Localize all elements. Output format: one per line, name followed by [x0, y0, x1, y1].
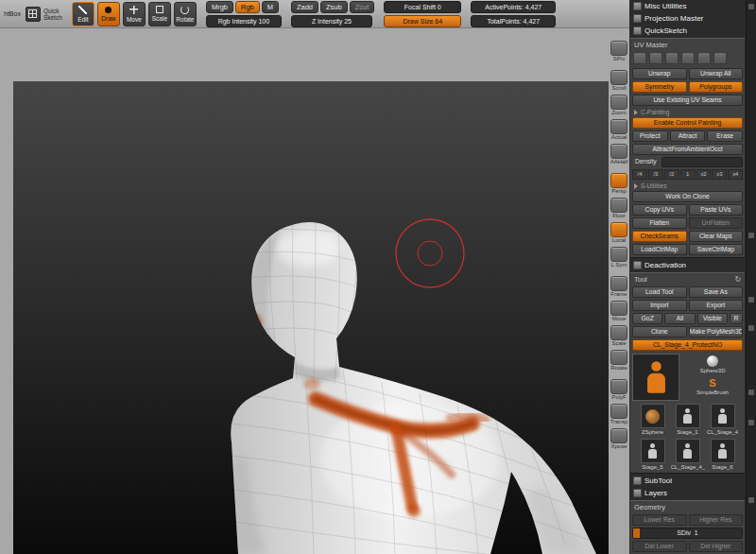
sdiv-slider[interactable]: SDiv 1: [632, 528, 743, 539]
utilities-group-label[interactable]: S-Utilities: [632, 182, 743, 189]
uv-panel-icon[interactable]: [649, 52, 662, 64]
density-cell[interactable]: /4: [632, 169, 647, 180]
density-cell[interactable]: x4: [728, 169, 743, 180]
shelf-item-scale[interactable]: Scale: [610, 325, 627, 347]
shelf-item-actual[interactable]: Actual: [610, 119, 627, 141]
shelf-item-scroll[interactable]: Scroll: [610, 70, 627, 92]
rgb-intensity-slider[interactable]: Rgb Intensity 100: [206, 15, 282, 27]
scale-button[interactable]: Scale: [148, 2, 171, 26]
clear-maps-button[interactable]: Clear Maps: [689, 231, 744, 242]
clone-button[interactable]: Clone: [632, 326, 687, 338]
attract-button[interactable]: Attract: [670, 130, 706, 142]
tray-divider-icon[interactable]: [748, 325, 754, 331]
tray-divider-icon[interactable]: [748, 497, 754, 503]
control-painting-group-label[interactable]: C-Painting: [632, 109, 743, 115]
save-as-button[interactable]: Save As: [689, 286, 744, 298]
load-ctrl-map-button[interactable]: LoadCtrlMap: [632, 244, 687, 255]
shelf-item-local[interactable]: Local: [610, 222, 627, 244]
uv-panel-icon[interactable]: [681, 52, 695, 64]
lower-res-button[interactable]: Lower Res: [632, 514, 687, 526]
shelf-item-lsym[interactable]: L.Sym: [610, 247, 627, 268]
zsub-button[interactable]: Zsub: [320, 1, 348, 13]
density-cell[interactable]: x2: [696, 169, 712, 180]
enable-control-painting-button[interactable]: Enable Control Painting: [632, 117, 743, 129]
uv-panel-icon[interactable]: [665, 52, 679, 64]
export-button[interactable]: Export: [689, 300, 744, 311]
work-on-clone-button[interactable]: Work On Clone: [632, 191, 743, 202]
focal-shift-slider[interactable]: Focal Shift 0: [384, 1, 461, 13]
uv-panel-icon[interactable]: [713, 52, 727, 64]
palette-header-deactivation[interactable]: Deactivation: [629, 259, 746, 271]
unflatten-button[interactable]: UnFlatten: [689, 217, 744, 229]
tool-item-cl-stage4-sw[interactable]: CL_Stage_4_Sw: [672, 439, 704, 471]
unwrap-all-button[interactable]: Unwrap All: [689, 68, 744, 79]
tray-divider-icon[interactable]: [748, 297, 754, 303]
z-intensity-slider[interactable]: Z Intensity 25: [291, 15, 372, 27]
shelf-item-move[interactable]: Move: [610, 301, 627, 322]
goz-r-button[interactable]: R: [730, 313, 743, 324]
draw-button[interactable]: Draw: [97, 2, 120, 26]
del-higher-button[interactable]: Del Higher: [689, 541, 744, 552]
density-cell[interactable]: x3: [712, 169, 727, 180]
quicksketch-icon-button[interactable]: [26, 7, 41, 22]
symmetry-button[interactable]: Symmetry: [632, 81, 687, 93]
density-cell[interactable]: /3: [648, 169, 663, 180]
copy-uvs-button[interactable]: Copy UVs: [632, 204, 687, 216]
shelf-item-frame[interactable]: Frame: [610, 276, 627, 298]
tray-divider-icon[interactable]: [748, 420, 754, 425]
save-ctrl-map-button[interactable]: SaveCtrlMap: [689, 244, 744, 255]
edit-button[interactable]: Edit: [72, 2, 94, 26]
palette-header-quicksketch[interactable]: QuickSketch: [629, 25, 746, 37]
goz-all-button[interactable]: All: [664, 313, 695, 324]
higher-res-button[interactable]: Higher Res: [689, 514, 744, 526]
shelf-item-spix[interactable]: SPix: [610, 41, 627, 62]
use-existing-seams-button[interactable]: Use Existing UV Seams: [632, 95, 743, 106]
tray-divider-icon[interactable]: [748, 390, 754, 395]
density-cell[interactable]: /2: [664, 169, 679, 180]
flatten-button[interactable]: Flatten: [632, 217, 687, 229]
shelf-item-xpose[interactable]: Xpose: [610, 428, 627, 450]
import-button[interactable]: Import: [632, 300, 687, 311]
shelf-item-polyf[interactable]: PolyF: [610, 379, 627, 401]
shelf-item-rotate[interactable]: Rotate: [610, 350, 627, 372]
erase-button[interactable]: Erase: [707, 130, 743, 142]
protect-button[interactable]: Protect: [632, 130, 668, 142]
unwrap-button[interactable]: Unwrap: [632, 68, 687, 79]
tool-item-simplebrush[interactable]: S SimpleBrush: [682, 376, 743, 396]
uv-panel-icon[interactable]: [633, 52, 646, 64]
del-lower-button[interactable]: Del Lower: [632, 541, 687, 552]
palette-header-subtool[interactable]: SubTool: [629, 475, 746, 487]
draw-size-slider[interactable]: Draw Size 64: [384, 15, 461, 27]
load-tool-button[interactable]: Load Tool: [632, 286, 687, 298]
document-canvas[interactable]: [13, 81, 609, 554]
zcut-button[interactable]: Zcut: [350, 1, 375, 13]
shelf-item-transp[interactable]: Transp: [610, 404, 627, 425]
palette-header-projection-master[interactable]: Projection Master: [629, 12, 746, 25]
shelf-item-zoom[interactable]: Zoom: [610, 95, 627, 116]
goz-visible-button[interactable]: Visible: [697, 313, 728, 324]
paste-uvs-button[interactable]: Paste UVs: [689, 204, 744, 216]
tool-item-cl-stage4[interactable]: CL_Stage_4: [707, 404, 739, 436]
tool-item-sphere3d[interactable]: Sphere3D: [682, 354, 743, 374]
goz-button[interactable]: GoZ: [632, 313, 662, 324]
mrgb-button[interactable]: Mrgb: [206, 1, 233, 13]
shelf-item-persp[interactable]: Persp: [610, 173, 627, 195]
tool-item-stage6[interactable]: Stage_6: [707, 439, 739, 471]
density-cell[interactable]: 1: [680, 169, 696, 180]
move-button[interactable]: Move: [123, 2, 146, 26]
polygroups-button[interactable]: Polygroups: [689, 81, 744, 93]
rgb-button[interactable]: Rgb: [235, 1, 260, 13]
uv-panel-icon[interactable]: [697, 52, 711, 64]
tool-item-zsphere[interactable]: ZSphere: [637, 404, 669, 436]
m-button[interactable]: M: [262, 1, 279, 13]
palette-header-misc-utilities[interactable]: Misc Utilities: [629, 0, 746, 12]
restore-configuration-icon[interactable]: ↻: [734, 275, 741, 284]
tray-divider-icon[interactable]: [748, 233, 754, 238]
active-tool-thumbnail[interactable]: [632, 354, 679, 401]
lightbox-button[interactable]: htBox: [4, 10, 21, 17]
tray-divider-icon[interactable]: [748, 4, 754, 9]
zadd-button[interactable]: Zadd: [291, 1, 318, 13]
make-polymesh3d-button[interactable]: Make PolyMesh3D: [689, 326, 744, 338]
palette-header-layers[interactable]: Layers: [629, 487, 746, 499]
check-seams-button[interactable]: CheckSeams: [632, 231, 687, 242]
